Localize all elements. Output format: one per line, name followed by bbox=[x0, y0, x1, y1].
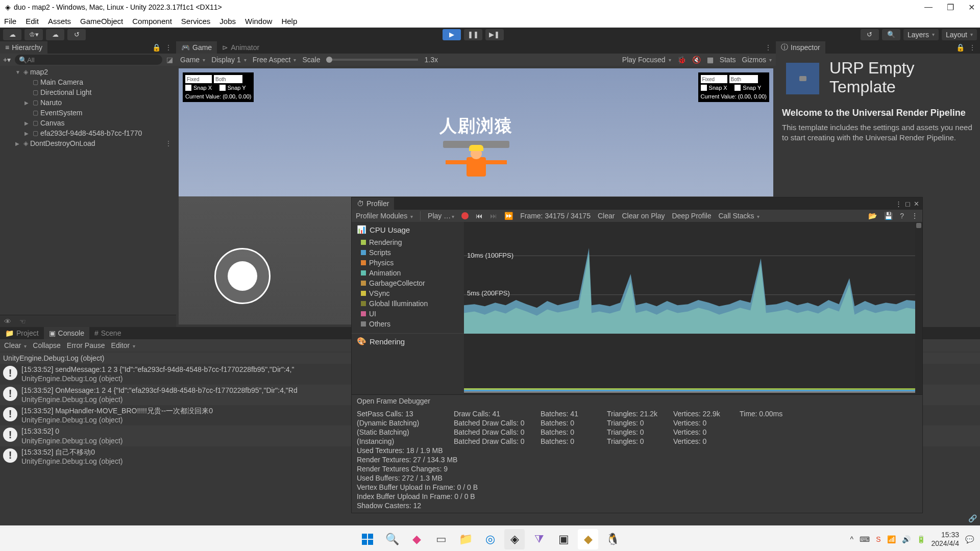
close-button[interactable]: ✕ bbox=[968, 3, 975, 12]
mod-others[interactable]: Others bbox=[352, 319, 464, 329]
tree-item-light[interactable]: ▢Directional Light bbox=[0, 87, 176, 97]
frame-forward-button[interactable]: ⏩ bbox=[504, 212, 513, 220]
profiler-popout-icon[interactable]: ◻ bbox=[905, 200, 911, 208]
menu-icon[interactable]: ⋮ bbox=[911, 212, 918, 220]
deep-profile-toggle[interactable]: Deep Profile bbox=[672, 212, 711, 220]
scene-dontdestroy[interactable]: ▶◈DontDestroyOnLoad⋮ bbox=[0, 138, 176, 148]
add-button[interactable]: +▾ bbox=[3, 56, 11, 64]
profiler-scrollbar[interactable] bbox=[915, 222, 922, 394]
display-dropdown[interactable]: Display 1 bbox=[211, 56, 247, 64]
hier-filter-icon[interactable]: ◪ bbox=[166, 56, 173, 64]
call-stacks-dropdown[interactable]: Call Stacks bbox=[719, 212, 760, 220]
console-tab[interactable]: ▣ Console bbox=[44, 327, 89, 339]
tray-clock[interactable]: 15:33 2024/4/4 bbox=[932, 531, 960, 547]
aspect-dropdown[interactable]: Free Aspect bbox=[253, 56, 297, 64]
start-button[interactable] bbox=[357, 529, 378, 549]
taskbar-app1[interactable]: ◆ bbox=[406, 529, 427, 549]
tree-item-guid[interactable]: ▶▢efa293cf-94d8-4548-b7cc-f1770 bbox=[0, 128, 176, 138]
maximize-button[interactable]: ❐ bbox=[947, 3, 954, 12]
account-button[interactable]: ☁ bbox=[3, 29, 21, 40]
cpu-usage-header[interactable]: 📊 CPU Usage bbox=[352, 222, 464, 237]
clear-on-play-toggle[interactable]: Clear on Play bbox=[622, 212, 665, 220]
frame-first-button[interactable]: ⏮ bbox=[476, 212, 483, 220]
bug-icon[interactable]: 🐞 bbox=[677, 56, 686, 64]
frame-next-button[interactable]: ⏭ bbox=[490, 212, 497, 220]
lock-icon[interactable]: 🔒 bbox=[152, 43, 161, 52]
menu-icon[interactable]: ⋮ bbox=[165, 43, 172, 52]
editor-dropdown[interactable]: Editor bbox=[111, 341, 135, 349]
rendering-header[interactable]: 🎨 Rendering bbox=[352, 333, 464, 349]
scene-tab[interactable]: # Scene bbox=[89, 327, 127, 339]
taskbar-search[interactable]: 🔍 bbox=[382, 529, 402, 549]
mod-physics[interactable]: Physics bbox=[352, 258, 464, 268]
mod-ui[interactable]: UI bbox=[352, 309, 464, 319]
hierarchy-tab[interactable]: ≡ Hierarchy bbox=[0, 41, 47, 54]
record-button[interactable] bbox=[461, 212, 469, 219]
game-tab[interactable]: 🎮 Game bbox=[176, 41, 217, 54]
mod-rendering[interactable]: Rendering bbox=[352, 237, 464, 247]
stats-toggle[interactable]: Stats bbox=[720, 56, 736, 64]
step-button[interactable]: ▶❚ bbox=[485, 29, 504, 40]
visibility-icon[interactable]: 👁 bbox=[0, 317, 15, 325]
tree-item-eventsystem[interactable]: ▢EventSystem bbox=[0, 108, 176, 118]
minimize-button[interactable]: — bbox=[924, 3, 933, 12]
menu-component[interactable]: Component bbox=[132, 17, 172, 26]
menu-edit[interactable]: Edit bbox=[26, 17, 39, 26]
tree-item-naruto[interactable]: ▶▢Naruto bbox=[0, 97, 176, 108]
taskbar-unity[interactable]: ◈ bbox=[504, 529, 525, 549]
open-frame-debugger[interactable]: Open Frame Debugger bbox=[352, 394, 922, 407]
tree-item-canvas[interactable]: ▶▢Canvas bbox=[0, 118, 176, 128]
tray-ime[interactable]: ⌨ bbox=[860, 535, 870, 543]
profiler-tab[interactable]: ⏱ Profiler bbox=[352, 197, 394, 210]
taskbar-qq[interactable]: 🐧 bbox=[602, 529, 623, 549]
crown-button[interactable]: ♔▾ bbox=[24, 29, 43, 40]
layout-dropdown[interactable]: Layout bbox=[942, 29, 977, 40]
mute-icon[interactable]: 🔇 bbox=[692, 56, 701, 64]
profiler-modules-dropdown[interactable]: Profiler Modules bbox=[356, 212, 413, 220]
taskbar-terminal[interactable]: ▣ bbox=[553, 529, 574, 549]
grid-icon[interactable]: ▦ bbox=[707, 56, 714, 64]
layers-dropdown[interactable]: Layers bbox=[903, 29, 939, 40]
save-icon[interactable]: 💾 bbox=[884, 212, 893, 220]
menu-icon[interactable]: ⋮ bbox=[969, 43, 976, 52]
panel-menu-icon[interactable]: ⋮ bbox=[765, 43, 772, 52]
play-focused-dropdown[interactable]: Play Focused bbox=[622, 56, 671, 64]
console-link-icon[interactable]: 🔗 bbox=[968, 514, 977, 522]
hierarchy-search[interactable]: 🔍 All bbox=[15, 55, 162, 65]
pause-button[interactable]: ❚❚ bbox=[464, 29, 482, 40]
profiler-menu-icon[interactable]: ⋮ bbox=[895, 200, 902, 208]
profiler-chart[interactable]: 10ms (100FPS) 5ms (200FPS) bbox=[464, 222, 922, 394]
tree-item-camera[interactable]: ▢Main Camera bbox=[0, 77, 176, 87]
menu-gameobject[interactable]: GameObject bbox=[80, 17, 123, 26]
scene-root[interactable]: ▼◈map2 bbox=[0, 67, 176, 77]
mod-scripts[interactable]: Scripts bbox=[352, 247, 464, 258]
menu-file[interactable]: File bbox=[4, 17, 16, 26]
history-button[interactable]: ↺ bbox=[67, 29, 86, 40]
mod-vsync[interactable]: VSync bbox=[352, 288, 464, 298]
inspector-tab[interactable]: ⓘ Inspector bbox=[776, 41, 825, 54]
project-tab[interactable]: 📁 Project bbox=[0, 327, 44, 339]
menu-services[interactable]: Services bbox=[181, 17, 211, 26]
menu-jobs[interactable]: Jobs bbox=[219, 17, 236, 26]
tray-volume[interactable]: 🔊 bbox=[902, 535, 911, 543]
help-icon[interactable]: ? bbox=[900, 212, 904, 220]
mod-gc[interactable]: GarbageCollector bbox=[352, 278, 464, 288]
animator-tab[interactable]: ⊳ Animator bbox=[217, 41, 264, 54]
collapse-toggle[interactable]: Collapse bbox=[33, 341, 60, 349]
profiler-target-dropdown[interactable]: Play … bbox=[428, 212, 454, 220]
play-button[interactable]: ▶ bbox=[443, 29, 461, 40]
mod-animation[interactable]: Animation bbox=[352, 268, 464, 278]
menu-window[interactable]: Window bbox=[245, 17, 272, 26]
tray-chevron[interactable]: ^ bbox=[850, 535, 854, 543]
tray-wifi[interactable]: 📶 bbox=[887, 535, 896, 543]
game-mode-dropdown[interactable]: Game bbox=[180, 56, 205, 64]
tray-app[interactable]: S bbox=[876, 535, 880, 543]
cloud-button[interactable]: ☁ bbox=[46, 29, 64, 40]
clear-button[interactable]: Clear bbox=[4, 341, 27, 349]
tray-notifications[interactable]: 💬 bbox=[965, 535, 974, 543]
undo-history-button[interactable]: ↺ bbox=[861, 29, 879, 40]
taskbar-vs[interactable]: ⧩ bbox=[529, 529, 549, 549]
tray-battery[interactable]: 🔋 bbox=[917, 535, 925, 543]
clear-button[interactable]: Clear bbox=[598, 212, 615, 220]
pickable-icon[interactable]: ☜ bbox=[15, 317, 30, 325]
